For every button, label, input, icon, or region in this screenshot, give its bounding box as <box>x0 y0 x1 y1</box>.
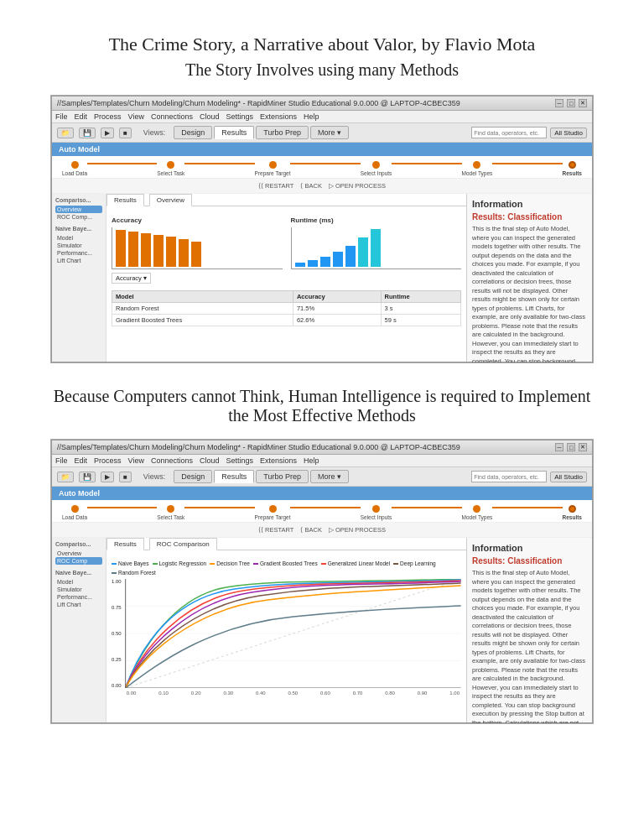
results-tab-results-1[interactable]: Results <box>106 194 144 206</box>
nav-restart-btn-2[interactable]: ⟨⟨ RESTART <box>258 526 293 534</box>
tab-turbo-prep-2[interactable]: Turbo Prep <box>256 470 309 483</box>
toolbar-btn-run-2[interactable]: ▶ <box>101 472 114 482</box>
menu-cloud-2[interactable]: Cloud <box>200 456 220 465</box>
minimize-btn-1[interactable]: ─ <box>555 99 564 107</box>
menu-settings-1[interactable]: Settings <box>226 112 253 121</box>
toolbar-btn-open-2[interactable]: 📁 <box>57 472 74 482</box>
tab-more-1[interactable]: More ▾ <box>310 126 349 139</box>
roc-chart-area: 0.00 0.10 0.20 0.30 0.40 0.50 0.60 0.70 … <box>125 579 461 696</box>
menu-help-2[interactable]: Help <box>304 456 319 465</box>
roc-item-1[interactable]: ROC Comp... <box>55 213 102 221</box>
lift-item-2[interactable]: Lift Chart <box>55 601 102 608</box>
rm-toolbar-2: 📁 💾 ▶ ■ Views: Design Results Turbo Prep… <box>52 467 592 487</box>
step-text-select-1: Select Task <box>157 170 184 176</box>
legend-dot-dt <box>210 563 215 565</box>
close-btn-2[interactable]: ✕ <box>579 443 587 451</box>
maximize-btn-1[interactable]: □ <box>567 99 575 107</box>
lift-item-1[interactable]: Lift Chart <box>55 257 102 264</box>
roc-item-2[interactable]: ROC Comp <box>55 557 102 565</box>
simulator-item-1[interactable]: Simulator <box>55 242 102 249</box>
results-tab-overview-1[interactable]: Overview <box>149 194 192 206</box>
tab-design-1[interactable]: Design <box>174 126 212 139</box>
menu-cloud-1[interactable]: Cloud <box>200 112 220 121</box>
section-divider-text: Because Computers cannot Think, Human In… <box>50 387 594 425</box>
results-tab-results-2[interactable]: Results <box>106 538 144 550</box>
menu-connections-2[interactable]: Connections <box>151 456 193 465</box>
all-studio-btn-2[interactable]: All Studio <box>550 472 587 482</box>
tab-results-2[interactable]: Results <box>214 470 254 483</box>
nav-restart-btn-1[interactable]: ⟨⟨ RESTART <box>258 182 293 190</box>
tab-more-2[interactable]: More ▾ <box>310 470 349 483</box>
simulator-item-2[interactable]: Simulator <box>55 586 102 593</box>
menu-process-1[interactable]: Process <box>94 112 122 121</box>
model-item-1[interactable]: Model <box>55 234 102 242</box>
toolbar-btn-open-1[interactable]: 📁 <box>57 128 74 138</box>
roc-svg <box>125 579 461 688</box>
legend-label-lr: Logistic Regression <box>159 560 207 566</box>
step-connector-2-3 <box>290 507 360 508</box>
menu-connections-1[interactable]: Connections <box>151 112 193 121</box>
rm-search-bar-2: All Studio <box>471 471 587 482</box>
rm-main-content-2: Compariso... Overview ROC Comp Naive Bay… <box>52 538 592 722</box>
menu-view-2[interactable]: View <box>128 456 144 465</box>
menu-process-2[interactable]: Process <box>94 456 122 465</box>
x-30: 0.30 <box>223 691 233 696</box>
step-text-prepare-1: Prepare Target <box>255 170 291 176</box>
step-connector-5 <box>492 163 562 164</box>
legend-dot-glm <box>321 563 326 565</box>
overview-item-1[interactable]: Overview <box>55 206 102 213</box>
rm-menubar-1: File Edit Process View Connections Cloud… <box>52 111 592 123</box>
menu-file-2[interactable]: File <box>55 456 68 465</box>
step-text-load-1: Load Data <box>62 170 87 176</box>
results-sidebar-2: Compariso... Overview ROC Comp Naive Bay… <box>52 538 106 722</box>
rm-window-1: //Samples/Templates/Churn Modeling/Churn… <box>51 96 593 362</box>
model-item-2[interactable]: Model <box>55 578 102 586</box>
nav-back-btn-1[interactable]: ⟨ BACK <box>300 182 322 190</box>
rm-menubar-2: File Edit Process View Connections Cloud… <box>52 455 592 467</box>
step-circle-6 <box>569 161 576 169</box>
minimize-btn-2[interactable]: ─ <box>555 443 564 451</box>
menu-view-1[interactable]: View <box>128 112 144 121</box>
tab-results-1[interactable]: Results <box>214 126 254 139</box>
toolbar-btn-run-1[interactable]: ▶ <box>101 128 114 138</box>
all-studio-btn-1[interactable]: All Studio <box>550 128 587 138</box>
comparisons-header-1: Compariso... <box>55 197 102 203</box>
menu-settings-2[interactable]: Settings <box>226 456 253 465</box>
legend-gbt: Gradient Boosted Trees <box>253 560 318 566</box>
close-btn-1[interactable]: ✕ <box>579 99 587 107</box>
screenshot-2: //Samples/Templates/Churn Modeling/Churn… <box>50 439 594 724</box>
results-tab-roc-2[interactable]: ROC Comparison <box>149 538 217 550</box>
menu-extensions-2[interactable]: Extensions <box>260 456 297 465</box>
legend-rf: Random Forest <box>112 570 156 576</box>
toolbar-btn-stop-1[interactable]: ■ <box>119 128 132 138</box>
nav-open-btn-2[interactable]: ▷ OPEN PROCESS <box>329 526 386 534</box>
menu-help-1[interactable]: Help <box>304 112 319 121</box>
performance-item-2[interactable]: Performanc... <box>55 593 102 601</box>
x-100: 1.00 <box>449 691 460 696</box>
menu-edit-1[interactable]: Edit <box>75 112 88 121</box>
overview-item-2[interactable]: Overview <box>55 550 102 557</box>
maximize-btn-2[interactable]: □ <box>567 443 575 451</box>
rm-right-panel-1: Information Results: Classification This… <box>466 194 592 362</box>
tab-turbo-prep-1[interactable]: Turbo Prep <box>256 126 309 139</box>
col-header-runtime-1: Runtime <box>381 291 460 303</box>
search-input-1[interactable] <box>471 127 547 138</box>
runtime-bar-3 <box>320 257 330 267</box>
toolbar-btn-save-1[interactable]: 💾 <box>79 128 96 138</box>
menu-file-1[interactable]: File <box>55 112 68 121</box>
bar-4 <box>153 235 164 267</box>
runtime-bar-2 <box>308 260 318 267</box>
menu-extensions-1[interactable]: Extensions <box>260 112 297 121</box>
nav-open-btn-1[interactable]: ▷ OPEN PROCESS <box>329 182 386 190</box>
accuracy-dropdown-1[interactable]: Accuracy ▾ <box>112 273 151 284</box>
search-input-2[interactable] <box>471 471 547 482</box>
nav-back-btn-2[interactable]: ⟨ BACK <box>300 526 322 534</box>
menu-edit-2[interactable]: Edit <box>75 456 88 465</box>
performance-item-1[interactable]: Performanc... <box>55 249 102 257</box>
step-prepare-target-1: Prepare Target <box>255 161 291 176</box>
tab-design-2[interactable]: Design <box>174 470 212 483</box>
toolbar-btn-stop-2[interactable]: ■ <box>119 472 132 482</box>
toolbar-btn-save-2[interactable]: 💾 <box>79 472 96 482</box>
results-tabs-1: Results Overview <box>106 194 466 206</box>
page-container: The Crime Story, a Narrative about Valor… <box>0 0 644 781</box>
